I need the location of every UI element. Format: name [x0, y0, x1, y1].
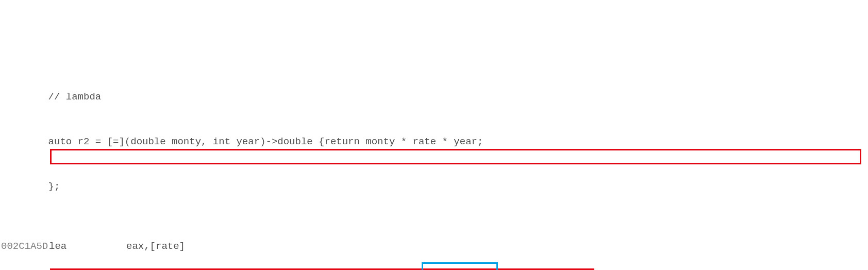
mnemonic: lea	[49, 239, 126, 254]
address: 002C1A5D	[0, 239, 49, 254]
source-line: auto r2 = [=](double monty, int year)->d…	[0, 134, 868, 149]
disasm-line: 002C1A5Dleaeax,[rate]	[0, 239, 868, 254]
operands: eax,[rate]	[126, 239, 185, 254]
source-line: };	[0, 179, 868, 194]
highlight-box-blue	[422, 262, 498, 270]
disassembly-view: // lambda auto r2 = [=](double monty, in…	[0, 60, 868, 270]
highlight-box-red	[50, 149, 861, 164]
source-line: // lambda	[0, 90, 868, 105]
